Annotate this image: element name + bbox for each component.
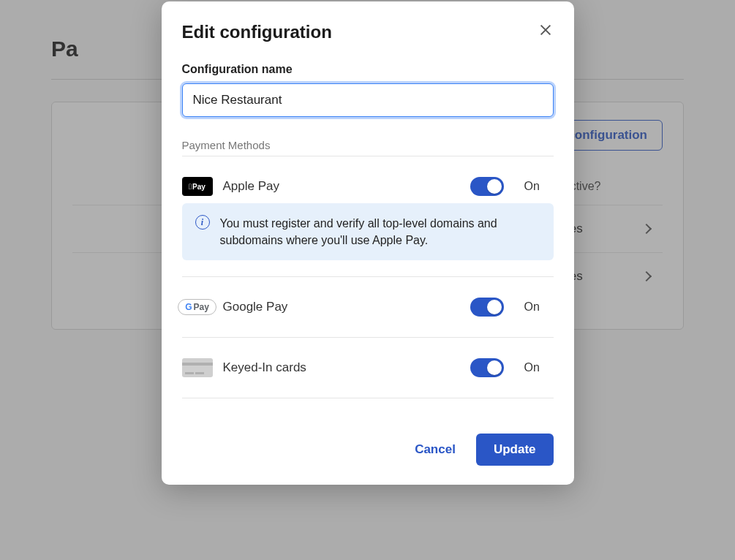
payment-method-label: Keyed-In cards — [223, 360, 460, 375]
google-pay-icon: GPay — [178, 299, 216, 315]
google-pay-toggle[interactable] — [470, 298, 504, 317]
edit-configuration-modal: Edit configuration Configuration name Pa… — [162, 1, 574, 485]
cancel-button[interactable]: Cancel — [400, 434, 470, 466]
apple-pay-icon: Pay — [182, 177, 213, 196]
card-icon — [182, 358, 213, 377]
payment-method-google-pay: GPay Google Pay On — [182, 277, 554, 338]
info-text: You must register and verify all top-lev… — [220, 215, 540, 249]
apple-pay-toggle[interactable] — [470, 177, 504, 196]
close-icon — [539, 23, 552, 37]
info-icon: i — [195, 215, 210, 230]
modal-overlay: Edit configuration Configuration name Pa… — [0, 0, 735, 560]
payment-method-label: Google Pay — [223, 300, 460, 314]
close-button[interactable] — [538, 22, 554, 38]
config-name-label: Configuration name — [182, 63, 554, 76]
toggle-state-label: On — [524, 180, 554, 193]
keyed-in-toggle[interactable] — [470, 358, 504, 377]
payment-method-keyed-in: Keyed-In cards On — [182, 338, 554, 398]
config-name-input[interactable] — [182, 83, 554, 117]
toggle-state-label: On — [524, 300, 554, 314]
apple-pay-info-banner: i You must register and verify all top-l… — [182, 203, 554, 260]
modal-title: Edit configuration — [182, 22, 332, 42]
toggle-state-label: On — [524, 361, 554, 374]
payment-method-label: Apple Pay — [223, 179, 460, 194]
payment-methods-label: Payment Methods — [182, 139, 554, 151]
payment-method-apple-pay: Pay Apple Pay On — [182, 156, 554, 209]
update-button[interactable]: Update — [476, 434, 554, 466]
